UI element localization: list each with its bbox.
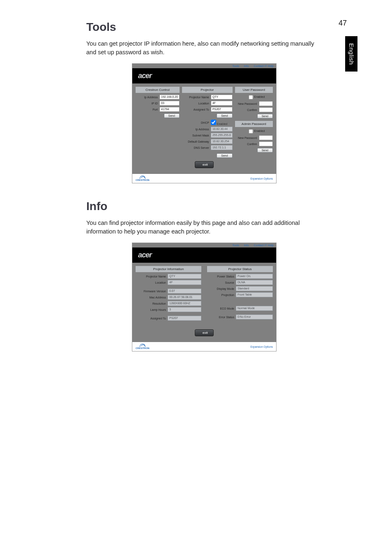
dhcp-checkbox[interactable]	[211, 120, 216, 125]
lbl-info-fw: Firmware Version	[136, 290, 168, 293]
topbar-info[interactable]: Info	[244, 244, 249, 247]
info-lamp: 3	[168, 307, 201, 312]
lbl-dns: DNS Server	[182, 146, 211, 149]
language-tab: English	[345, 36, 357, 72]
proj-name-input[interactable]: QTY	[211, 95, 233, 99]
topbar-contact[interactable]: Contact IT Help	[254, 65, 274, 67]
tools-screenshot: Tools Info Contact IT Help acer Crestron…	[132, 63, 277, 183]
lbl-ip-id: IP ID	[136, 102, 159, 105]
projector-send-button[interactable]: Send	[217, 113, 232, 118]
info-screenshot: Tools Info Contact IT Help acer Projecto…	[132, 243, 277, 352]
topbar-contact[interactable]: Contact IT Help	[254, 244, 274, 247]
topbar: Tools Info Contact IT Help	[132, 243, 276, 247]
adminpw-head: Admin Password	[235, 121, 273, 127]
proj-info-head: Projector Information	[136, 266, 201, 272]
info-heading: Info	[86, 200, 322, 213]
info-source: DLNA	[236, 280, 273, 285]
lbl-info-eco: ECO Mode	[207, 307, 236, 310]
dhcp-enabled-label: Enabled	[217, 123, 228, 125]
userpw-send-button[interactable]: Send	[257, 114, 273, 118]
lbl-info-location: Location	[136, 281, 168, 284]
lbl-info-lamp: Lamp Hours	[136, 308, 168, 311]
info-eco: Normal Mode	[236, 306, 273, 311]
info-mac: 00.26.67.58.08.01	[168, 295, 201, 300]
admin-confirm-input[interactable]	[259, 141, 273, 146]
lbl-proj-name: Projector Name	[182, 96, 211, 99]
userpw-head: User Password	[235, 87, 273, 93]
ip-id-input[interactable]: 03	[159, 101, 180, 106]
lbl-location: Location	[182, 102, 211, 105]
expansion-options-link[interactable]: Expansion Options	[250, 177, 273, 180]
proj-status-head: Projector Status	[207, 266, 273, 272]
info-lede: You can find projector information easil…	[86, 219, 322, 236]
lbl-info-projname: Projector Name	[136, 275, 168, 278]
tools-heading: Tools	[86, 21, 322, 34]
userpw-enable-label: Enabled	[254, 95, 265, 98]
lbl-user-newpw: New Password	[235, 102, 259, 105]
crestron-logo: CRESTRON	[136, 176, 150, 181]
lbl-gateway: Default Gateway	[182, 140, 211, 143]
adminpw-enable-label: Enabled	[254, 130, 265, 132]
subnet: 255.255.255.0	[211, 133, 233, 138]
adminpw-enable-checkbox[interactable]	[249, 129, 253, 133]
lbl-dhcp: DHCP	[182, 121, 211, 124]
adminpw-send-button[interactable]: Send	[257, 148, 273, 153]
assigned-input[interactable]: PS207	[211, 107, 233, 112]
brand-bar: acer	[132, 68, 276, 83]
tools-lede: You can get projector IP information her…	[86, 39, 322, 57]
expansion-options-link[interactable]: Expansion Options	[250, 345, 273, 348]
network-send-button[interactable]: Send	[217, 153, 232, 158]
crestron-head: Crestron Control	[136, 87, 180, 93]
lbl-info-disp: Display Mode	[207, 287, 236, 290]
lbl-info-err: Error Status	[207, 316, 236, 319]
info-disp: Standard	[236, 286, 273, 291]
topbar-tools[interactable]: Tools	[233, 244, 239, 247]
net-ip: 10.82.30.44	[211, 127, 233, 132]
crestron-send-button[interactable]: Send	[164, 113, 180, 118]
lbl-info-mac: Mac Address	[136, 296, 168, 299]
info-projname: QTY	[168, 274, 201, 279]
crestron-ip-input[interactable]: 192.168.0.20	[159, 95, 180, 99]
userpw-enable-checkbox[interactable]	[249, 95, 253, 99]
dns: 192.72.1.1	[211, 145, 233, 150]
crestron-logo: CRESTRON	[136, 344, 150, 349]
lbl-info-assigned: Assigned To	[136, 317, 168, 320]
lbl-subnet: Subnet Mask	[182, 134, 211, 137]
user-newpw-input[interactable]	[259, 101, 273, 106]
gateway: 10.82.30.254	[211, 139, 233, 144]
topbar-tools[interactable]: Tools	[233, 65, 239, 67]
brand-bar: acer	[132, 247, 276, 263]
language-tab-label: English	[348, 43, 355, 65]
tools-exit-button[interactable]: exit	[195, 161, 214, 168]
acer-logo: acer	[138, 251, 152, 259]
lbl-info-source: Source	[207, 281, 236, 284]
info-fw: 0.07	[168, 289, 201, 294]
lbl-admin-newpw: New Password	[235, 136, 259, 139]
admin-newpw-input[interactable]	[259, 135, 273, 140]
crestron-text: CRESTRON	[136, 347, 150, 349]
location-input[interactable]: 4F	[211, 101, 233, 106]
user-confirm-input[interactable]	[259, 107, 273, 112]
port-input[interactable]: 41794	[159, 107, 180, 112]
info-assigned: PS207	[168, 316, 201, 321]
lbl-port: Port	[136, 108, 159, 111]
topbar: Tools Info Contact IT Help	[132, 64, 276, 68]
topbar-info[interactable]: Info	[244, 65, 249, 67]
info-err: 0:No Error	[236, 314, 273, 319]
info-projn: Front Table	[236, 292, 273, 297]
lbl-admin-confirm: Confirm	[235, 143, 259, 146]
lbl-ip-address: Ip Address	[136, 96, 159, 99]
crestron-text: CRESTRON	[136, 179, 150, 181]
info-exit-button[interactable]: exit	[195, 329, 214, 336]
lbl-user-confirm: Confirm	[235, 109, 259, 111]
info-location: 4F	[168, 280, 201, 285]
lbl-net-ip: Ip Address	[182, 128, 211, 131]
lbl-info-power: Power Status	[207, 275, 236, 278]
info-res: 1280X800 60HZ	[168, 301, 201, 306]
info-power: Power On.	[236, 274, 273, 279]
projector-head: Projector	[182, 87, 233, 93]
acer-logo: acer	[138, 72, 152, 80]
lbl-info-res: Resolution	[136, 302, 168, 305]
lbl-info-projn: Projection	[207, 294, 236, 296]
page-number: 47	[339, 19, 347, 28]
